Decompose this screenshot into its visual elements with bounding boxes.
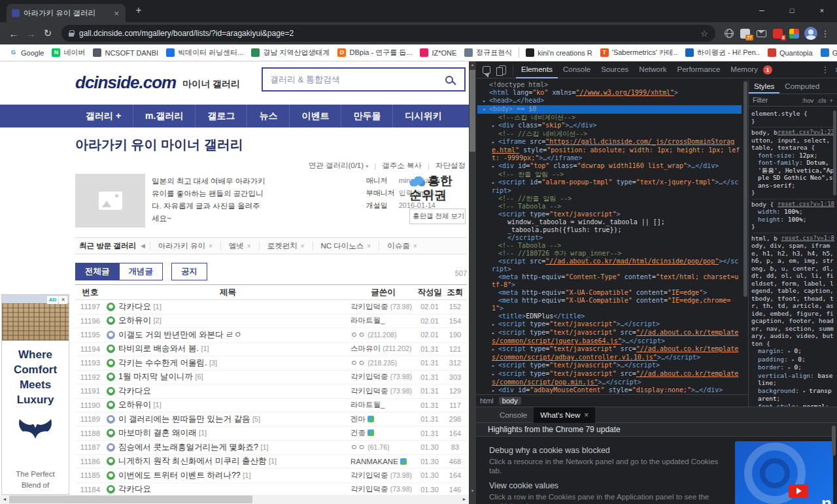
bookmark-item[interactable]: IZ*ONE bbox=[416, 48, 460, 57]
youtube-play-icon[interactable] bbox=[789, 484, 808, 498]
all-posts-button[interactable]: 전체글 bbox=[75, 263, 120, 280]
nav-item[interactable]: 뉴스 bbox=[247, 105, 289, 127]
dom-node[interactable]: ▸<script type="text/javascript" src="//a… bbox=[477, 329, 742, 345]
close-icon[interactable]: × bbox=[247, 243, 251, 250]
post-author[interactable]: 스마유이 (211.202) bbox=[350, 344, 416, 354]
address-bar[interactable]: gall.dcinside.com/mgallery/board/lists/?… bbox=[61, 25, 715, 42]
sidebar-tab-styles[interactable]: Styles bbox=[749, 79, 779, 93]
site-logo[interactable]: dcinside.com 마이너 갤러리 bbox=[75, 73, 240, 92]
trending-all-button[interactable]: 흥한갤 전체 보기 bbox=[409, 209, 466, 224]
dom-node[interactable]: <!doctype html> bbox=[477, 81, 742, 89]
ad-close-icon[interactable]: ✕ bbox=[59, 296, 67, 304]
browser-menu-icon[interactable]: ⋮ bbox=[819, 29, 832, 39]
dom-node[interactable]: <!-- //한줄 알림 --> bbox=[477, 195, 742, 203]
styles-tool[interactable]: .cls bbox=[817, 97, 826, 104]
dom-node[interactable]: <title>EDNPlus</title> bbox=[477, 312, 742, 320]
table-row[interactable]: 11197각카다요 [1]각키입덕중 (73.98)02.01152 bbox=[75, 300, 467, 314]
close-button[interactable]: × bbox=[807, 0, 837, 22]
devtools-tab-sources[interactable]: Sources bbox=[596, 61, 634, 78]
minimize-button[interactable]: ─ bbox=[747, 0, 777, 22]
bookmark-item[interactable]: 정규표현식 bbox=[460, 48, 516, 58]
browser-tab[interactable]: 아라가키 유이 갤러리 × bbox=[7, 4, 126, 22]
extension-icon-multi[interactable] bbox=[786, 25, 802, 42]
css-rule[interactable]: reset.css?v=1:23body, button, input, sel… bbox=[751, 127, 834, 199]
post-author[interactable]: 각키입덕중 (73.98) bbox=[350, 372, 416, 382]
dom-node[interactable]: <meta http-equiv="X-UA-Compatible" conte… bbox=[477, 289, 742, 297]
bookmark-item[interactable]: N네이버 bbox=[48, 48, 89, 58]
dom-node[interactable]: ▸<iframe src="https://gall.dcinside.com/… bbox=[477, 138, 742, 162]
bookmark-item[interactable]: 하이펭귄 - Hi! Pen.. bbox=[681, 48, 764, 58]
dom-node[interactable]: <html lang="ko" xmlns="//www.w3.org/1999… bbox=[477, 89, 742, 97]
dom-node[interactable]: ▸<script type="text/javascript">…</scrip… bbox=[477, 361, 742, 370]
nav-item[interactable]: 갤러리 + bbox=[74, 105, 133, 127]
filter-input[interactable]: Filter bbox=[753, 96, 798, 104]
bookmark-item[interactable]: DDBpia - 연구를 돕... bbox=[333, 48, 416, 58]
dom-node[interactable]: <!-- //180726 추가 wrap_inner--> bbox=[477, 250, 742, 258]
maximize-button[interactable]: □ bbox=[777, 0, 807, 22]
devtools-tab-performance[interactable]: Performance bbox=[672, 61, 726, 78]
translate-icon[interactable] bbox=[721, 25, 737, 42]
bookmark-item[interactable]: 빅데이터 러닝센터... bbox=[162, 48, 247, 58]
reload-button[interactable]: ↻ bbox=[39, 27, 56, 39]
bookmark-item[interactable]: T'Sabermetrics' 카테.. bbox=[596, 48, 681, 58]
nav-item[interactable]: 갤로그 bbox=[195, 105, 247, 127]
bookmark-item[interactable]: GNI bbox=[817, 48, 837, 57]
table-row[interactable]: 11190오하유이 [1]라마트월_01.31117 bbox=[75, 399, 467, 413]
post-title[interactable]: 각카다요 [1] bbox=[118, 301, 350, 312]
post-title[interactable]: 각카다요 bbox=[118, 386, 350, 397]
chevron-left-icon[interactable]: ◀ bbox=[141, 243, 150, 249]
notice-button[interactable]: 공지 bbox=[171, 263, 207, 280]
nav-item[interactable]: 이벤트 bbox=[289, 105, 341, 127]
scrollbar-thumb[interactable] bbox=[832, 426, 836, 456]
post-author[interactable]: 각키입덕중 (73.98) bbox=[350, 302, 416, 312]
ad-banner[interactable]: AD ✕ WhereComfortMeetsLuxury The Perfect… bbox=[1, 294, 69, 495]
dom-node[interactable]: <script type="text/javascript"> bbox=[477, 210, 742, 218]
post-author[interactable]: 건종 bbox=[350, 428, 416, 438]
bookmark-item[interactable]: NCSOFT DANBI bbox=[89, 48, 162, 57]
whatsnew-promo-image[interactable]: n bbox=[735, 441, 833, 504]
device-toolbar-icon[interactable] bbox=[494, 62, 510, 78]
styles-tool[interactable]: :hov bbox=[802, 97, 813, 104]
devtools-tab-elements[interactable]: Elements bbox=[516, 61, 558, 78]
inspect-element-icon[interactable] bbox=[479, 62, 494, 78]
close-icon[interactable]: × bbox=[301, 243, 305, 250]
post-title[interactable]: 1월 마지막 날이니까 [6] bbox=[118, 371, 350, 382]
dom-node[interactable]: <meta http-equiv="X-UA-Compatible" conte… bbox=[477, 297, 742, 312]
style-rules[interactable]: element.style {}reset.css?v=1:23body, bu… bbox=[749, 107, 837, 407]
table-row[interactable]: 11188마보마히 결혼 왜이래 [1]건종01.31164 bbox=[75, 427, 467, 441]
dom-tree[interactable]: <!doctype html><html lang="ko" xmlns="//… bbox=[476, 79, 748, 394]
nav-item[interactable]: 만두몰 bbox=[341, 105, 392, 127]
new-tab-button[interactable]: + bbox=[132, 5, 145, 16]
dom-node[interactable]: ▸<div class="skip">…</div> bbox=[477, 122, 742, 130]
table-row[interactable]: 11185이번에도 트위터 이벤트 하려나?? [1]각키입덕중 (73.98)… bbox=[75, 469, 467, 483]
dom-node[interactable]: <!-- Taboola --> bbox=[477, 203, 742, 210]
forward-button[interactable]: → bbox=[22, 28, 39, 39]
search-icon[interactable] bbox=[445, 76, 453, 84]
table-row[interactable]: 11194타비의로 배송와서 봄. [1]스마유이 (211.202)01.31… bbox=[75, 343, 467, 357]
url-text[interactable]: gall.dcinside.com/mgallery/board/lists/?… bbox=[79, 29, 695, 38]
whatsnew-link[interactable]: Debug why a cookie was blocked bbox=[489, 446, 730, 455]
post-title[interactable]: 타비의로 배송와서 봄. [1] bbox=[118, 343, 350, 354]
dom-node[interactable]: ▸<script type="text/javascript" src="//a… bbox=[477, 370, 742, 386]
close-icon[interactable]: × bbox=[413, 243, 417, 250]
devtools-tab-memory[interactable]: Memory bbox=[725, 61, 763, 78]
post-title[interactable]: 니게하지 원작 최신화에서 미쿠리 출산함 [1] bbox=[118, 456, 350, 467]
nav-item[interactable]: m.갤러리 bbox=[133, 105, 195, 127]
breadcrumb-body[interactable]: body bbox=[499, 397, 521, 405]
dom-node[interactable]: _taboola.push({flush: true}); bbox=[477, 226, 742, 234]
horizontal-scrollbar[interactable]: ◄ ► bbox=[0, 495, 469, 504]
scrollbar-thumb[interactable] bbox=[833, 110, 836, 195]
css-rule[interactable]: reset.css?v=1:18body {width: 100%;height… bbox=[751, 199, 834, 233]
post-title[interactable]: 각키는 수수한게 어울림. [3] bbox=[118, 358, 350, 369]
post-title[interactable]: 이 갤러리에는 찐따들만 있는거 같음 [5] bbox=[118, 414, 350, 425]
recent-gallery-tab[interactable]: 이슈줌× bbox=[379, 241, 424, 250]
recent-gallery-tab[interactable]: 엠넷× bbox=[220, 241, 259, 250]
breadcrumb-html[interactable]: html bbox=[480, 397, 494, 405]
devtools-tab-console[interactable]: Console bbox=[558, 61, 596, 78]
error-badge[interactable]: 1 bbox=[763, 65, 772, 75]
post-title[interactable]: 이갤도 거의 반년만에 와본다 ㄹㅇ bbox=[118, 329, 350, 341]
bookmark-star-icon[interactable]: ☆ bbox=[700, 29, 708, 39]
table-row[interactable]: 11196오하유이 [2]라마트월_02.01154 bbox=[75, 314, 467, 329]
dom-node[interactable]: ▸<div id="adbayMouseContent" style="disp… bbox=[477, 386, 742, 394]
bookmark-item[interactable]: 경남 지역산업생태계 bbox=[247, 48, 333, 58]
